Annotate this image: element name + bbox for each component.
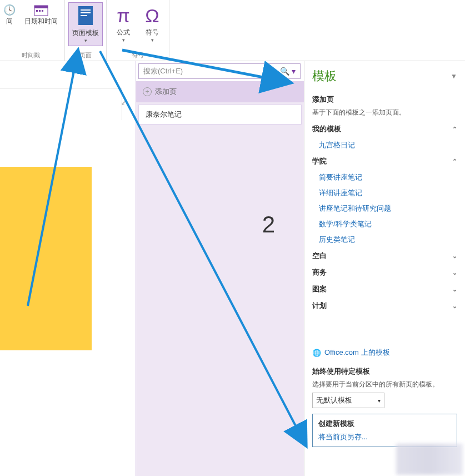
- chevron-down-icon: ⌄: [452, 286, 457, 293]
- calendar-icon: [34, 4, 48, 16]
- always-section-title: 始终使用特定模板: [312, 366, 457, 376]
- svg-rect-6: [81, 9, 91, 11]
- svg-rect-2: [36, 10, 38, 12]
- save-current-page-link[interactable]: 将当前页另存...: [318, 432, 451, 442]
- svg-rect-7: [81, 12, 91, 13]
- ribbon-group-page: 页面模板 ▾ 页面: [65, 0, 107, 61]
- symbol-button[interactable]: Ω 符号 ▾: [139, 2, 166, 45]
- datetime-button[interactable]: 日期和时间: [21, 2, 61, 28]
- add-page-section-title: 添加页: [312, 95, 457, 105]
- omega-icon: Ω: [145, 4, 159, 27]
- search-placeholder: 搜索(Ctrl+E): [143, 66, 183, 76]
- category-blank[interactable]: 空白 ⌄: [312, 247, 457, 264]
- always-section-desc: 选择要用于当前分区中的所有新页的模板。: [312, 380, 457, 389]
- svg-rect-4: [42, 10, 43, 12]
- template-link[interactable]: 九宫格日记: [312, 137, 457, 153]
- svg-rect-8: [81, 15, 87, 16]
- chevron-up-icon: ⌃: [452, 126, 457, 133]
- blurred-area: [396, 444, 463, 475]
- page-canvas[interactable]: ⤢: [0, 61, 136, 476]
- globe-icon: 🌐: [312, 349, 321, 357]
- clock-icon: 🕓: [3, 4, 16, 16]
- annotation-number: 2: [262, 211, 275, 238]
- category-academic[interactable]: 学院 ⌃: [312, 153, 457, 170]
- dropdown-caret-icon: ▾: [122, 37, 125, 43]
- pages-column: 搜索(Ctrl+E) 🔍 ▾ + 添加页 康奈尔笔记 2: [136, 61, 304, 476]
- dropdown-caret-icon: ▾: [378, 398, 381, 404]
- panel-dropdown-icon[interactable]: ▼: [451, 72, 457, 80]
- chevron-up-icon: ⌃: [452, 158, 457, 165]
- create-template-box: 创建新模板 将当前页另存...: [312, 414, 457, 447]
- category-design[interactable]: 图案 ⌄: [312, 281, 457, 298]
- page-item[interactable]: 康奈尔笔记: [138, 105, 302, 125]
- chevron-down-icon: ⌄: [452, 252, 457, 260]
- ribbon-group-time: 🕓 间 日期和时间 时间戳: [0, 0, 65, 61]
- template-link[interactable]: 数学/科学类笔记: [312, 216, 457, 232]
- chevron-down-icon: ⌄: [452, 303, 457, 310]
- expand-icon[interactable]: ⤢: [121, 97, 128, 107]
- chevron-down-icon: ⌄: [452, 269, 457, 276]
- add-page-button[interactable]: + 添加页: [136, 81, 304, 102]
- plus-icon: +: [143, 87, 152, 96]
- search-input[interactable]: 搜索(Ctrl+E) 🔍 ▾: [138, 63, 301, 79]
- formula-button[interactable]: π 公式 ▾: [110, 2, 137, 45]
- template-icon: [76, 5, 95, 27]
- yellow-page-thumb: [0, 167, 92, 350]
- page-template-button[interactable]: 页面模板 ▾: [68, 2, 103, 46]
- create-template-title: 创建新模板: [318, 419, 451, 429]
- template-link[interactable]: 详细讲座笔记: [312, 185, 457, 201]
- ribbon: 🕓 间 日期和时间 时间戳 页面模板 ▾ 页面: [0, 0, 465, 61]
- time-button[interactable]: 🕓 间: [0, 2, 19, 28]
- category-business[interactable]: 商务 ⌄: [312, 264, 457, 281]
- dropdown-caret-icon: ▾: [151, 37, 154, 43]
- template-link[interactable]: 历史类笔记: [312, 232, 457, 247]
- category-plan[interactable]: 计划 ⌄: [312, 298, 457, 314]
- canvas-border: [0, 88, 122, 120]
- add-page-section-desc: 基于下面的模板之一添加页面。: [312, 108, 457, 117]
- template-link[interactable]: 简要讲座笔记: [312, 170, 457, 185]
- dropdown-caret-icon: ▾: [84, 38, 87, 43]
- ribbon-group-symbols: π 公式 ▾ Ω 符号 ▾ 符号: [107, 0, 169, 61]
- svg-rect-1: [34, 6, 48, 8]
- templates-panel: 模板 ▼ 添加页 基于下面的模板之一添加页面。 我的模板 ⌃ 九宫格日记 学院 …: [304, 61, 465, 476]
- svg-rect-3: [39, 10, 41, 12]
- template-link[interactable]: 讲座笔记和待研究问题: [312, 201, 457, 216]
- panel-title: 模板: [312, 68, 337, 85]
- office-templates-link[interactable]: 🌐 Office.com 上的模板: [312, 348, 457, 358]
- search-wrap: 搜索(Ctrl+E) 🔍 ▾: [136, 61, 304, 81]
- pi-icon: π: [117, 4, 129, 27]
- content-row: ⤢ 搜索(Ctrl+E) 🔍 ▾ + 添加页 康奈尔笔记 2 模板 ▼ 添加页 …: [0, 61, 465, 476]
- category-my-templates[interactable]: 我的模板 ⌃: [312, 121, 457, 137]
- default-template-select[interactable]: 无默认模板 ▾: [312, 393, 384, 408]
- search-icon: 🔍 ▾: [280, 67, 296, 76]
- add-page-label: 添加页: [155, 87, 177, 97]
